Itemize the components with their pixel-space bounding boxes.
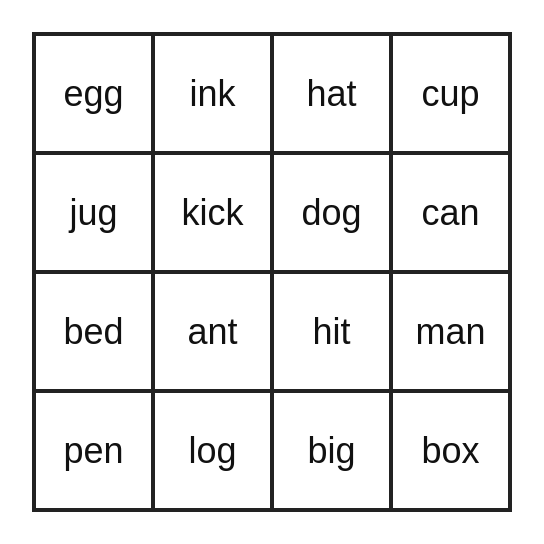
grid-cell-hit: hit: [272, 272, 391, 391]
grid-cell-ant: ant: [153, 272, 272, 391]
grid-cell-pen: pen: [34, 391, 153, 510]
grid-cell-ink: ink: [153, 34, 272, 153]
word-grid: egginkhatcupjugkickdogcanbedanthitmanpen…: [32, 32, 512, 512]
grid-cell-can: can: [391, 153, 510, 272]
grid-cell-box: box: [391, 391, 510, 510]
grid-cell-egg: egg: [34, 34, 153, 153]
grid-cell-bed: bed: [34, 272, 153, 391]
grid-cell-dog: dog: [272, 153, 391, 272]
grid-cell-jug: jug: [34, 153, 153, 272]
grid-cell-kick: kick: [153, 153, 272, 272]
grid-cell-cup: cup: [391, 34, 510, 153]
grid-cell-man: man: [391, 272, 510, 391]
grid-cell-hat: hat: [272, 34, 391, 153]
grid-cell-log: log: [153, 391, 272, 510]
grid-cell-big: big: [272, 391, 391, 510]
